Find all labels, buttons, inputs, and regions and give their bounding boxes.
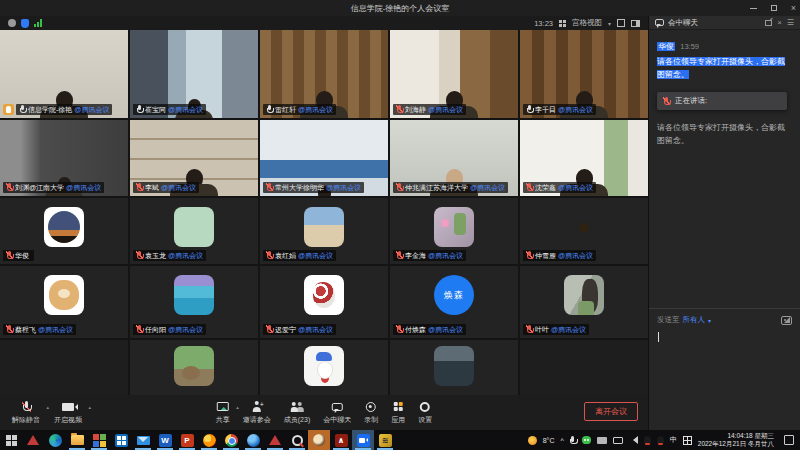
qq-penguin-icon[interactable] — [657, 436, 664, 445]
participant-suffix: @腾讯会议 — [558, 105, 593, 114]
mic-options-caret-icon[interactable]: ▴ — [46, 404, 49, 410]
send-target-caret-icon[interactable]: ▾ — [708, 317, 711, 324]
video-tile[interactable]: 李斌 @腾讯会议 — [130, 120, 258, 196]
invite-icon: + — [252, 401, 262, 412]
blue-browser-icon — [247, 434, 260, 447]
taskbar-app-word[interactable]: W — [154, 430, 176, 450]
video-tile[interactable]: 李千目 @腾讯会议 — [520, 30, 648, 118]
taskbar-app-acrobat[interactable]: ∧ — [330, 430, 352, 450]
camera-options-caret-icon[interactable]: ▴ — [88, 404, 91, 410]
side-panel-toggle-icon[interactable] — [631, 20, 640, 27]
avatar-tile[interactable]: 蔡程飞 @腾讯会议 — [0, 266, 128, 338]
avatar-tile[interactable]: 仲雪雁 @腾讯会议 — [520, 198, 648, 264]
taskbar-app-red-triangle-2[interactable] — [264, 430, 286, 450]
chat-menu-icon[interactable]: ☰ — [787, 18, 794, 27]
qq-penguin-icon[interactable] — [644, 436, 651, 445]
security-shield-icon[interactable] — [21, 19, 29, 28]
ime-language-indicator[interactable]: 中 — [670, 435, 677, 445]
close-icon[interactable]: × — [791, 3, 796, 13]
send-target-dropdown[interactable]: 所有人 — [683, 315, 706, 325]
video-tile[interactable]: 刘渊@江南大学 @腾讯会议 — [0, 120, 128, 196]
temperature-label[interactable]: 8°C — [543, 437, 555, 444]
video-tile[interactable]: 常州大学徐明华 @腾讯会议 — [260, 120, 388, 196]
speaking-label: 正在讲话: — [675, 96, 707, 106]
settings-button[interactable]: 设置 — [418, 401, 432, 425]
chat-text-cursor[interactable] — [658, 332, 659, 342]
message-text-selected[interactable]: 请各位领导专家打开摄像头，合影截图留念。 — [657, 57, 785, 79]
avatar-tile[interactable]: 袁红娟 @腾讯会议 — [260, 198, 388, 264]
avatar-tile[interactable]: 任向阳 @腾讯会议 — [130, 266, 258, 338]
share-screen-button[interactable]: 共享 ▴ — [216, 401, 230, 425]
unmute-label: 解除静音 — [12, 415, 40, 425]
avatar-tile[interactable]: 叶叶 @腾讯会议 — [520, 266, 648, 338]
maximize-icon[interactable] — [771, 5, 777, 11]
taskbar-app-tencent-meeting[interactable] — [352, 430, 374, 450]
taskbar-app-explorer[interactable] — [66, 430, 88, 450]
taskbar-app-edge[interactable] — [44, 430, 66, 450]
start-video-button[interactable]: 开启视频 ▴ — [54, 401, 82, 425]
powerpoint-icon: P — [181, 434, 194, 447]
avatar-tile[interactable]: 迟爱宁 @腾讯会议 — [260, 266, 388, 338]
taskbar-app-powerpoint[interactable]: P — [176, 430, 198, 450]
avatar-tile[interactable] — [260, 340, 388, 395]
members-button[interactable]: 成员(23) — [284, 401, 310, 425]
avatar: 焕森 — [434, 275, 474, 315]
taskbar-app-store[interactable] — [110, 430, 132, 450]
grid-view-icon[interactable] — [559, 20, 566, 27]
tray-camera-icon[interactable] — [597, 437, 607, 444]
weather-icon[interactable] — [528, 436, 537, 445]
wechat-icon[interactable] — [582, 436, 591, 444]
unmute-button[interactable]: 解除静音 ▴ — [12, 401, 40, 425]
record-button[interactable]: 录制 — [364, 401, 378, 425]
invite-button[interactable]: + 邀请参会 — [243, 401, 271, 425]
video-tile[interactable]: 沈荣鑫 @腾讯会议 — [520, 120, 648, 196]
fullscreen-icon[interactable] — [617, 19, 625, 27]
taskbar-app-search-tool[interactable] — [286, 430, 308, 450]
leave-meeting-button[interactable]: 离开会议 — [584, 402, 638, 421]
tray-expand-icon[interactable]: ^ — [560, 437, 563, 444]
video-tile[interactable]: 崔宝同 @腾讯会议 — [130, 30, 258, 118]
speaking-tooltip: 正在讲话: — [657, 92, 787, 110]
view-mode-caret-icon[interactable]: ▾ — [608, 20, 611, 27]
taskbar-app-firefox[interactable] — [198, 430, 220, 450]
taskbar-app-mail[interactable] — [132, 430, 154, 450]
taskbar-app-mosaic[interactable] — [88, 430, 110, 450]
chat-messages[interactable]: 华俊 13:59 请各位领导专家打开摄像头，合影截图留念。 请各位领导专家打开摄… — [649, 30, 800, 147]
avatar-tile[interactable] — [520, 340, 648, 395]
message-text[interactable]: 请各位领导专家打开摄像头，合影截图留念。 — [657, 121, 792, 147]
attach-image-icon[interactable] — [781, 316, 792, 325]
ime-grid-icon[interactable] — [683, 436, 692, 445]
info-icon[interactable] — [8, 19, 16, 27]
speaker-icon[interactable] — [629, 436, 638, 444]
display-icon[interactable] — [613, 437, 623, 444]
view-mode-label[interactable]: 宫格视图 — [572, 18, 602, 28]
start-button[interactable] — [0, 430, 22, 450]
video-tile[interactable]: 刘海静 @腾讯会议 — [390, 30, 518, 118]
video-tile[interactable]: 仲兆满江苏海洋大学 @腾讯会议 — [390, 120, 518, 196]
video-tile[interactable]: 信息学院-徐艳 @腾讯会议 — [0, 30, 128, 118]
avatar-tile[interactable] — [130, 340, 258, 395]
taskbar-app-blue-browser[interactable] — [242, 430, 264, 450]
taskbar-clock[interactable]: 14:04:18 星期三 2022年12月21日 冬月廿八 — [698, 432, 774, 448]
share-options-caret-icon[interactable]: ▴ — [236, 404, 239, 410]
notification-center-icon[interactable] — [784, 435, 794, 445]
close-chat-icon[interactable]: × — [777, 18, 782, 27]
participant-suffix: @腾讯会议 — [551, 325, 586, 334]
avatar-tile[interactable]: 华俊 — [0, 198, 128, 264]
apps-button[interactable]: 应用 — [391, 401, 405, 425]
taskbar-app-red-triangle[interactable] — [22, 430, 44, 450]
taskbar-app-active-orange[interactable] — [308, 430, 330, 450]
taskbar-app-chrome[interactable] — [220, 430, 242, 450]
taskbar-app-yellow[interactable]: ≋ — [374, 430, 396, 450]
tray-mic-icon[interactable] — [570, 436, 576, 445]
avatar-tile[interactable]: 焕森 付焕森 @腾讯会议 — [390, 266, 518, 338]
popout-chat-icon[interactable] — [765, 20, 772, 26]
minimize-icon[interactable] — [750, 8, 757, 9]
video-tile[interactable]: 雷红轩 @腾讯会议 — [260, 30, 388, 118]
avatar-tile[interactable]: 袁玉龙 @腾讯会议 — [130, 198, 258, 264]
avatar-tile[interactable] — [0, 340, 128, 395]
clock-time: 14:04:18 星期三 — [698, 432, 774, 440]
chat-button[interactable]: 会中聊天 — [323, 401, 351, 425]
avatar-tile[interactable] — [390, 340, 518, 395]
avatar-tile[interactable]: 李金海 @腾讯会议 — [390, 198, 518, 264]
